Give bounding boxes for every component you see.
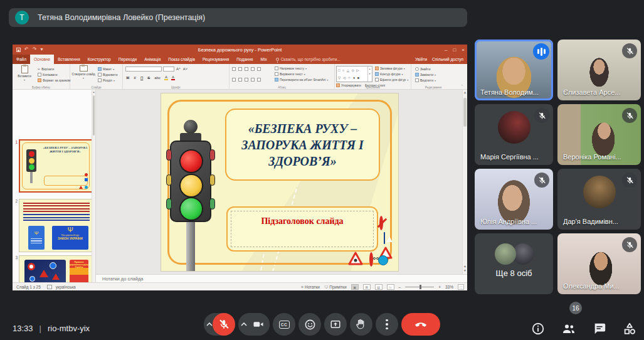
justify-icon[interactable]: [251, 78, 255, 82]
participant-tile[interactable]: Дар'я Вадимівн...: [557, 169, 641, 230]
thumbnail-scrollbar[interactable]: ▲: [92, 90, 95, 282]
tab-mix[interactable]: Mix: [257, 55, 271, 64]
slide-thumbnail-1[interactable]: «БЕЗПЕКА РУХУ – ЗАПОРУКА ЖИТТЯ І ЗДОРОВ’…: [19, 139, 93, 193]
bold-button[interactable]: Ж: [125, 76, 130, 80]
captions-button[interactable]: CC: [273, 313, 295, 336]
font-size-input[interactable]: [163, 66, 174, 72]
layout-button[interactable]: Макет▾: [98, 67, 114, 71]
zoom-slider[interactable]: [405, 287, 434, 287]
participant-tile[interactable]: Тетяна Володим...: [475, 40, 553, 100]
underline-button[interactable]: П: [140, 76, 144, 80]
chat-button[interactable]: [593, 322, 606, 336]
indent-decrease-icon[interactable]: [245, 67, 248, 71]
language-indicator[interactable]: українська: [56, 285, 76, 289]
tab-slideshow[interactable]: Показ слайдів: [164, 55, 199, 64]
notes-pane[interactable]: Нотатки до слайда: [96, 274, 467, 282]
show-everyone-button[interactable]: [561, 321, 576, 336]
font-color-button[interactable]: А: [171, 75, 175, 80]
present-button[interactable]: [324, 313, 347, 336]
tab-home[interactable]: Основне: [30, 55, 54, 64]
notes-toggle[interactable]: ≡ Нотатки: [301, 285, 320, 289]
align-right-icon[interactable]: [245, 78, 248, 82]
participant-tile[interactable]: Єлизавета Арсе...: [557, 40, 641, 100]
meeting-details-button[interactable]: [531, 322, 545, 336]
select-button[interactable]: Виділити▾: [415, 78, 436, 82]
normal-view-button[interactable]: ▣: [351, 284, 359, 290]
canvas-scrollbar[interactable]: ▲ ▲▼: [462, 90, 467, 274]
slide-subtitle-placeholder[interactable]: Підзаголовок слайда: [226, 206, 378, 252]
end-call-button[interactable]: [401, 313, 440, 336]
minimize-button[interactable]: –: [445, 47, 447, 53]
slide-page[interactable]: «БЕЗПЕКА РУХУ – ЗАПОРУКА ЖИТТЯ І ЗДОРОВ’…: [161, 93, 399, 272]
tab-animations[interactable]: Анімація: [140, 55, 164, 64]
tab-file[interactable]: Файл: [13, 55, 30, 64]
participant-tile[interactable]: Вероніка Романі...: [557, 104, 641, 165]
align-left-icon[interactable]: [232, 78, 236, 82]
tab-view[interactable]: Подання: [233, 55, 256, 64]
camera-options-chevron-icon[interactable]: [241, 322, 247, 326]
line-spacing-icon[interactable]: [257, 67, 261, 71]
section-button[interactable]: Розділ▾: [98, 78, 115, 82]
columns-icon[interactable]: [257, 78, 261, 82]
tab-transitions[interactable]: Переходи: [115, 55, 140, 64]
tab-review[interactable]: Рецензування: [199, 55, 233, 64]
tell-me-box[interactable]: Скажіть, що потрібно зробити...: [271, 55, 340, 64]
align-text-button[interactable]: Вирівняти текст▾: [275, 72, 305, 76]
replace-button[interactable]: Замінити▾: [415, 73, 436, 77]
activities-button[interactable]: [623, 322, 636, 336]
reading-view-button[interactable]: ▤: [375, 284, 383, 290]
shrink-font-button[interactable]: А˅: [182, 67, 189, 71]
slide-thumbnail-3[interactable]: Правила дорожнього руху України: [19, 255, 93, 282]
shape-outline-button[interactable]: Контур фігури▾: [375, 72, 403, 76]
slide-sorter-view-button[interactable]: ⊞: [363, 284, 371, 290]
clear-format-button[interactable]: abc: [154, 76, 161, 80]
tab-design[interactable]: Конструктор: [84, 55, 115, 64]
zoom-in-button[interactable]: +: [438, 285, 441, 289]
gallery-scroll[interactable]: ▴▾: [367, 66, 372, 82]
zoom-level[interactable]: 33%: [445, 285, 453, 289]
mic-options-chevron-icon[interactable]: [206, 322, 213, 326]
maximize-button[interactable]: □: [453, 47, 456, 53]
font-name-input[interactable]: [125, 66, 162, 72]
cut-button[interactable]: ✂Вирізати: [38, 67, 54, 71]
strikethrough-button[interactable]: S: [147, 76, 150, 80]
participant-tile[interactable]: Марія Сергіївна ...: [475, 104, 553, 165]
text-direction-button[interactable]: Напрямок тексту▾: [275, 66, 307, 70]
slide-thumbnail-2[interactable]: Ψ Ψ Про дорожній рух ЗАКОН УКРАЇНИ: [19, 199, 93, 252]
camera-toggle-button[interactable]: [247, 313, 270, 336]
italic-button[interactable]: К: [133, 76, 137, 80]
copy-button[interactable]: Копіювати: [38, 73, 58, 77]
reactions-button[interactable]: [298, 313, 321, 336]
more-options-button[interactable]: [376, 313, 398, 336]
shape-fill-button[interactable]: Заливка фігури▾: [375, 66, 405, 70]
align-center-icon[interactable]: [238, 78, 242, 82]
reset-button[interactable]: Відновити: [98, 73, 117, 77]
new-slide-button[interactable]: Створити слайд▾: [71, 65, 95, 80]
raise-hand-button[interactable]: [350, 313, 372, 336]
comments-toggle[interactable]: 🗨 Примітки: [324, 285, 347, 289]
shape-effects-button[interactable]: Ефекти для фігур▾: [375, 78, 408, 82]
highlight-button[interactable]: А: [164, 75, 168, 80]
shapes-gallery[interactable]: □ ○ △ ◇ ▷ ▽ ◁ ☆ ● ■ ▴▾: [336, 66, 372, 82]
numbering-icon[interactable]: [238, 67, 242, 71]
more-participants-tile[interactable]: Ще 8 осіб: [475, 233, 553, 294]
slide-title-placeholder[interactable]: «БЕЗПЕКА РУХУ – ЗАПОРУКА ЖИТТЯ І ЗДОРОВ’…: [225, 109, 380, 181]
signin-button[interactable]: Увійти: [415, 57, 427, 61]
bullets-icon[interactable]: [232, 67, 236, 71]
smartart-button[interactable]: Перетворити на об'єкт SmartArt▾: [275, 78, 328, 82]
find-button[interactable]: Знайти: [415, 67, 430, 71]
format-painter-button[interactable]: Формат за зразком: [38, 78, 70, 82]
mic-toggle-button[interactable]: [213, 313, 235, 336]
paste-button[interactable]: Вставити▾: [14, 65, 35, 82]
indent-increase-icon[interactable]: [251, 67, 255, 71]
participant-tile[interactable]: Олександра Ми...: [557, 233, 641, 294]
close-button[interactable]: ×: [462, 47, 465, 53]
share-button[interactable]: Спільний доступ: [432, 57, 463, 61]
participant-tile[interactable]: Юлія Андріївна ...: [475, 169, 553, 230]
spellcheck-icon[interactable]: ✓: [47, 285, 52, 289]
collapse-ribbon-icon[interactable]: ⌃: [461, 84, 463, 88]
zoom-out-button[interactable]: –: [399, 285, 401, 289]
tab-insert[interactable]: Вставлення: [54, 55, 84, 64]
grow-font-button[interactable]: А^: [176, 67, 181, 71]
slideshow-view-button[interactable]: ▷: [387, 284, 394, 290]
